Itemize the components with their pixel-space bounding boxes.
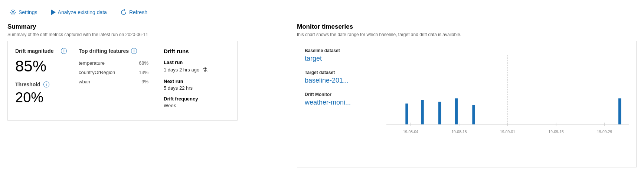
- baseline-dataset-value[interactable]: target: [305, 55, 379, 63]
- bar-1: [405, 103, 408, 124]
- toolbar: Settings Analyze existing data Refresh: [7, 4, 637, 23]
- timeseries-card: Baseline dataset target Target dataset b…: [297, 41, 637, 167]
- next-run-label: Next run: [164, 79, 230, 84]
- drift-magnitude-label: Drift magnitude: [15, 48, 53, 54]
- drift-frequency-value: Week: [164, 103, 230, 108]
- bar-6: [618, 98, 621, 124]
- threshold-header: Threshold i: [15, 81, 71, 87]
- feature-pct-countryorregion: 13%: [139, 70, 148, 75]
- bar-3: [438, 102, 441, 125]
- feature-pct-temperature: 68%: [139, 60, 148, 66]
- drift-frequency-label: Drift frequency: [164, 96, 230, 102]
- feature-name-wban: wban: [79, 79, 90, 84]
- target-dataset-label: Target dataset: [305, 70, 379, 75]
- feature-name-countryorregion: countryOrRegion: [79, 70, 115, 75]
- next-run-value: 5 days 22 hrs: [164, 85, 230, 91]
- threshold-label-text: Threshold: [15, 81, 40, 87]
- bar-4: [455, 98, 458, 124]
- next-run-item: Next run 5 days 22 hrs: [164, 79, 230, 91]
- bar-2: [421, 100, 424, 124]
- summary-cards: Drift magnitude i 85% Threshold i 20%: [7, 41, 290, 121]
- target-dataset-value[interactable]: baseline-201...: [305, 77, 379, 84]
- bar-5: [472, 105, 475, 124]
- gear-icon: [10, 9, 16, 16]
- drift-magnitude-card: Drift magnitude i 85% Threshold i 20%: [7, 41, 156, 121]
- ts-chart-area: 19-08-04 19-08-18 19-09-01 19-09-15 19-0…: [386, 48, 629, 160]
- feature-row-wban: wban 9%: [79, 77, 148, 86]
- drift-runs-card: Drift runs Last run 1 days 2 hrs ago ⚗ N…: [156, 41, 238, 121]
- svg-text:19-08-04: 19-08-04: [403, 130, 418, 134]
- top-drifting-label: Top drifting features: [79, 48, 129, 54]
- drift-runs-title: Drift runs: [164, 48, 230, 54]
- svg-text:19-09-01: 19-09-01: [500, 130, 515, 134]
- analyze-label: Analyze existing data: [58, 9, 107, 15]
- play-icon: [51, 9, 56, 15]
- timeseries-subtitle: this chart shows the date range for whic…: [297, 32, 637, 37]
- last-run-value: 1 days 2 hrs ago ⚗: [164, 66, 230, 73]
- threshold-info-icon[interactable]: i: [43, 81, 49, 87]
- drift-monitor-value[interactable]: weather-moni...: [305, 99, 379, 106]
- feature-pct-wban: 9%: [141, 79, 148, 84]
- next-run-text: 5 days 22 hrs: [164, 85, 193, 91]
- analyze-button[interactable]: Analyze existing data: [49, 8, 109, 17]
- refresh-button[interactable]: Refresh: [118, 7, 150, 17]
- drift-frequency-text: Week: [164, 103, 176, 108]
- settings-button[interactable]: Settings: [7, 7, 40, 17]
- svg-point-0: [12, 12, 14, 13]
- last-run-item: Last run 1 days 2 hrs ago ⚗: [164, 60, 230, 73]
- drift-magnitude-value: 85%: [15, 58, 71, 75]
- svg-text:19-09-29: 19-09-29: [597, 130, 612, 134]
- timeseries-chart: 19-08-04 19-08-18 19-09-01 19-09-15 19-0…: [386, 48, 629, 152]
- svg-text:19-08-18: 19-08-18: [451, 130, 467, 134]
- svg-text:19-09-15: 19-09-15: [549, 130, 564, 134]
- refresh-icon: [120, 9, 127, 16]
- drift-frequency-item: Drift frequency Week: [164, 96, 230, 108]
- drift-monitor-group: Drift Monitor weather-moni...: [305, 92, 379, 106]
- last-run-label: Last run: [164, 60, 230, 65]
- top-drifting-header: Top drifting features i: [79, 48, 148, 54]
- feature-name-temperature: temperature: [79, 60, 105, 66]
- summary-subtitle: Summary of the drift metrics captured wi…: [7, 32, 290, 37]
- threshold-value: 20%: [15, 90, 71, 106]
- summary-title: Summary: [7, 23, 290, 31]
- feature-row-temperature: temperature 68%: [79, 58, 148, 68]
- top-drifting-info-icon[interactable]: i: [131, 48, 137, 54]
- features-col: Top drifting features i temperature 68% …: [71, 48, 148, 106]
- baseline-dataset-group: Baseline dataset target: [305, 48, 379, 63]
- drift-col: Drift magnitude i 85% Threshold i 20%: [15, 48, 71, 106]
- card-inner: Drift magnitude i 85% Threshold i 20%: [15, 48, 148, 106]
- last-run-text: 1 days 2 hrs ago: [164, 67, 199, 73]
- target-dataset-group: Target dataset baseline-201...: [305, 70, 379, 84]
- feature-row-countryorregion: countryOrRegion 13%: [79, 68, 148, 77]
- ts-left-panel: Baseline dataset target Target dataset b…: [305, 48, 379, 160]
- drift-magnitude-header: Drift magnitude i: [15, 48, 71, 54]
- timeseries-title: Monitor timeseries: [297, 23, 637, 31]
- drift-magnitude-info-icon[interactable]: i: [61, 48, 67, 54]
- main-content: Summary Summary of the drift metrics cap…: [7, 23, 637, 167]
- refresh-label: Refresh: [129, 9, 147, 15]
- drift-monitor-label: Drift Monitor: [305, 92, 379, 97]
- baseline-dataset-label: Baseline dataset: [305, 48, 379, 53]
- timeseries-section: Monitor timeseries this chart shows the …: [297, 23, 637, 167]
- settings-label: Settings: [19, 9, 37, 15]
- flask-icon: ⚗: [202, 66, 207, 73]
- summary-section: Summary Summary of the drift metrics cap…: [7, 23, 290, 121]
